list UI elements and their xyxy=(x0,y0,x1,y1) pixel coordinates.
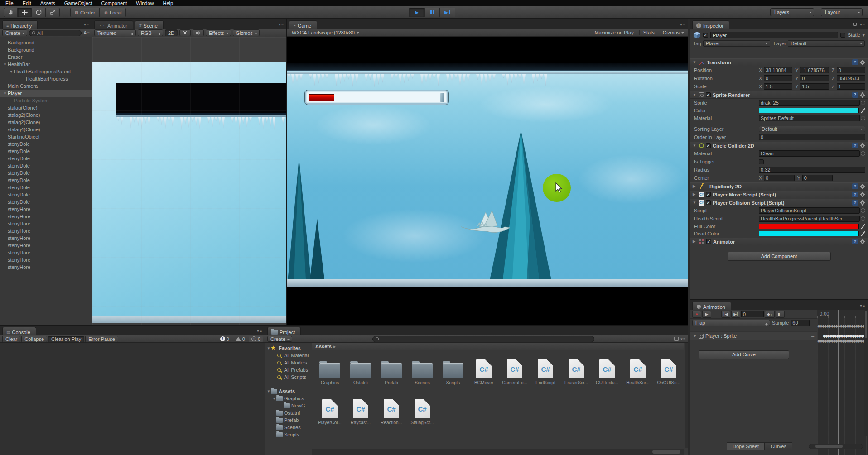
add-keyframe-button[interactable]: ◆₊ xyxy=(765,311,775,318)
project-asset[interactable]: Graphics xyxy=(314,357,345,397)
sorting-layer-dropdown[interactable]: Default xyxy=(759,126,865,132)
game-gizmos-dropdown[interactable]: Gizmos xyxy=(660,29,686,36)
hierarchy-item[interactable]: stenyDole xyxy=(0,162,92,169)
gear-icon[interactable] xyxy=(860,200,865,206)
hand-tool-button[interactable] xyxy=(4,8,18,17)
dead-color-swatch[interactable] xyxy=(759,231,859,236)
object-picker-icon[interactable] xyxy=(861,151,865,156)
project-asset[interactable]: C# PlayerCol... xyxy=(314,397,345,436)
menu-item[interactable]: GameObject xyxy=(60,0,97,6)
tab-animation[interactable]: Animation xyxy=(692,302,731,310)
scene-gizmos-dropdown[interactable]: Gizmos xyxy=(233,29,260,36)
hierarchy-item[interactable]: StartingObject xyxy=(0,133,92,140)
menu-item[interactable]: Component xyxy=(96,0,131,6)
animation-hscrollbar[interactable] xyxy=(809,444,863,449)
x-field[interactable]: 1.5 xyxy=(764,83,792,90)
circle-collider-header[interactable]: ▼ ✓ Circle Collider 2D ? xyxy=(690,142,868,149)
hierarchy-item[interactable]: ▼ HealthBarProgressParent xyxy=(0,68,92,75)
static-dropdown-icon[interactable]: ▾ xyxy=(862,32,865,38)
project-asset[interactable]: Prefab xyxy=(376,357,407,397)
y-field[interactable]: 0 xyxy=(800,75,829,81)
project-asset[interactable]: C# Reaction... xyxy=(376,397,407,436)
pivot-center-button[interactable]: Center xyxy=(70,8,100,17)
y-field[interactable]: -1.678576 xyxy=(800,67,829,73)
hierarchy-item[interactable]: stenyHore xyxy=(0,256,92,263)
animator-header[interactable]: ▶ ✓ Animator ? xyxy=(690,238,868,245)
warning-count-toggle[interactable]: 0 xyxy=(233,336,247,342)
lighting-toggle-button[interactable] xyxy=(179,29,191,36)
tab-project[interactable]: Project xyxy=(267,327,301,335)
y-field[interactable]: 1.5 xyxy=(800,83,829,90)
menu-item[interactable]: Assets xyxy=(36,0,60,6)
create-button[interactable]: Create xyxy=(2,29,27,36)
render-channel-dropdown[interactable]: RGB xyxy=(138,29,163,36)
player-move-script-header[interactable]: ▶ C# ✓ Player Move Script (Script) ? xyxy=(690,191,868,198)
component-checkbox[interactable]: ✓ xyxy=(706,200,711,205)
animated-property-row[interactable]: ▼ Player : Sprite – xyxy=(690,331,817,340)
pause-button[interactable] xyxy=(424,8,440,17)
animation-timeline[interactable]: 0:00 ◆◆◆◆◆◆◆◆◆◆◆◆◆◆◆◆◆◆◆◆◆◆◆◆◆◆◆◆◆◆◆◆◆◆◆… xyxy=(817,310,868,455)
audio-toggle-button[interactable] xyxy=(193,29,204,36)
tab-animator[interactable]: ⋮⋮ Animator xyxy=(94,20,133,29)
project-asset[interactable]: C# OnGUISc... xyxy=(653,357,684,397)
hierarchy-item[interactable]: stenyDole xyxy=(0,148,92,155)
console-toolbar-button[interactable]: Collapse xyxy=(21,336,47,342)
dope-sheet-button[interactable]: Dope Sheet xyxy=(727,442,765,450)
scale-tool-button[interactable] xyxy=(46,8,60,17)
anim-play-button[interactable]: ▶ xyxy=(702,311,711,318)
clip-dropdown[interactable]: Flap xyxy=(692,320,770,326)
z-field[interactable]: 1 xyxy=(837,83,865,90)
2d-toggle-button[interactable]: 2D xyxy=(165,29,178,36)
panel-menu-icon[interactable]: ▾≡ xyxy=(860,303,865,308)
radius-field[interactable]: 0.32 xyxy=(759,167,865,173)
console-toolbar-button[interactable]: Clear xyxy=(2,336,20,342)
console-toolbar-button[interactable]: Clear on Play xyxy=(48,336,84,342)
menu-item[interactable]: Window xyxy=(131,0,158,6)
hierarchy-item[interactable]: ▼ Player xyxy=(0,90,92,97)
help-icon[interactable]: ? xyxy=(852,59,858,65)
keyframe-row[interactable]: ◆◆◆◆◆◆◆◆◆◆◆◆◆◆◆◆◆◆◆◆◆◆◆◆◆◆◆◆◆◆◆◆◆◆◆◆◆◆ xyxy=(817,324,868,328)
lock-icon[interactable] xyxy=(853,23,857,26)
menu-item[interactable]: Edit xyxy=(18,0,36,6)
curves-button[interactable]: Curves xyxy=(765,442,792,450)
hierarchy-item[interactable]: Background xyxy=(0,46,92,53)
project-tree-item[interactable]: All Material xyxy=(265,352,311,359)
project-hscrollbar[interactable] xyxy=(312,449,684,455)
help-icon[interactable]: ? xyxy=(852,183,858,189)
layout-dropdown[interactable]: Layout xyxy=(821,8,863,16)
gear-icon[interactable] xyxy=(860,143,865,148)
menu-item[interactable]: Help xyxy=(158,0,178,6)
sort-alphabetical-icon[interactable]: A≡ xyxy=(83,30,90,35)
project-search-input[interactable] xyxy=(372,336,594,342)
panel-menu-icon[interactable]: ▾≡ xyxy=(84,22,89,27)
static-checkbox[interactable] xyxy=(840,33,845,38)
order-field[interactable]: 0 xyxy=(759,134,865,140)
play-button[interactable]: ▶ xyxy=(409,8,424,17)
add-component-button[interactable]: Add Component xyxy=(728,252,831,261)
object-picker-icon[interactable] xyxy=(861,101,865,105)
project-asset[interactable]: C# GUITextu... xyxy=(592,357,622,397)
project-tree-item[interactable]: NewG xyxy=(265,402,311,409)
project-tree-item[interactable]: All Models xyxy=(265,359,311,366)
sample-field[interactable]: 60 xyxy=(791,320,810,326)
project-asset[interactable]: C# EndScript xyxy=(530,357,561,397)
active-checkbox[interactable]: ✓ xyxy=(703,33,708,38)
game-viewport[interactable] xyxy=(287,37,688,325)
eyedropper-icon[interactable] xyxy=(860,108,865,114)
project-tree-item[interactable]: ▼ Graphics xyxy=(265,395,311,402)
hierarchy-item[interactable]: stalag(Clone) xyxy=(0,104,92,111)
tab-scene[interactable]: # Scene xyxy=(135,20,164,29)
hierarchy-item[interactable]: stalag2(Clone) xyxy=(0,119,92,126)
hierarchy-item[interactable]: stenyDole xyxy=(0,177,92,184)
hierarchy-item[interactable]: stenyDole xyxy=(0,169,92,177)
is-trigger-checkbox[interactable] xyxy=(759,159,764,164)
object-picker-icon[interactable] xyxy=(861,216,865,221)
sprite-field[interactable]: drak_25 xyxy=(759,100,860,106)
project-tree-item[interactable]: All Scripts xyxy=(265,374,311,381)
component-checkbox[interactable]: ✓ xyxy=(706,239,711,244)
component-checkbox[interactable]: ✓ xyxy=(706,143,711,148)
help-icon[interactable]: ? xyxy=(852,192,858,197)
help-icon[interactable]: ? xyxy=(852,200,858,206)
physics-material-field[interactable]: Clean xyxy=(759,150,860,157)
hierarchy-item[interactable]: stenyDole xyxy=(0,191,92,198)
